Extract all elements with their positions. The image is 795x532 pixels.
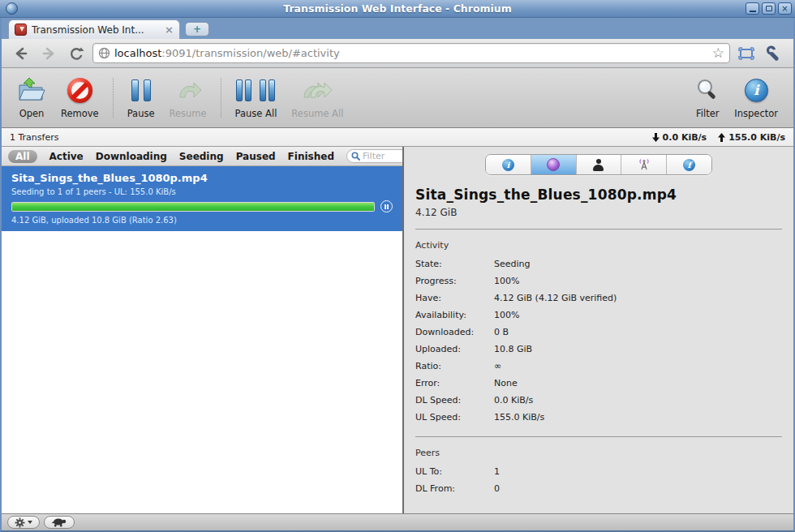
torrent-row[interactable]: Sita_Sings_the_Blues_1080p.mp4 Seeding t… <box>2 166 402 231</box>
peers-section-header: Peers <box>415 448 782 458</box>
resume-all-button[interactable]: Resume All <box>284 73 350 127</box>
section-divider <box>415 436 782 437</box>
detail-row: Ratio: ∞ <box>415 358 782 375</box>
detail-label: State: <box>415 255 494 272</box>
tab-activity[interactable] <box>531 155 576 174</box>
selection-extension-button[interactable] <box>735 43 758 64</box>
filter-tabs: AllActiveDownloadingSeedingPausedFinishe… <box>8 150 334 163</box>
pause-all-label: Pause All <box>235 108 277 119</box>
inspector-panel: i f Sita_Sings_the_Blues_1080p.mp4 4.12 … <box>404 147 793 513</box>
info-icon: i <box>502 159 514 171</box>
detail-value: 4.12 GiB (4.12 GiB verified) <box>494 290 782 307</box>
detail-row: UL To: 1 <box>415 463 782 480</box>
torrent-peers-line: Seeding to 1 of 1 peers - UL: 155.0 KiB/… <box>11 187 393 196</box>
section-divider <box>415 229 782 230</box>
down-speed: 0.0 KiB/s <box>663 132 707 143</box>
detail-value: None <box>494 375 782 392</box>
settings-menu-button[interactable] <box>7 516 40 529</box>
detail-value: 155.0 KiB/s <box>494 409 782 426</box>
detail-row: Downloaded: 0 B <box>415 324 782 341</box>
detail-label: Uploaded: <box>415 341 494 358</box>
resume-all-icon <box>301 76 333 104</box>
resume-all-label: Resume All <box>291 108 343 119</box>
wrench-menu-button[interactable] <box>763 43 785 64</box>
inspector-label: Inspector <box>734 108 778 119</box>
resume-button[interactable]: Resume <box>162 73 214 127</box>
filter-tab[interactable]: Active <box>49 151 84 162</box>
pause-button[interactable]: Pause <box>120 73 162 127</box>
remove-icon <box>67 76 92 104</box>
resume-label: Resume <box>170 108 207 119</box>
tab-info[interactable]: i <box>486 155 531 174</box>
url-path: :9091/transmission/web/#activity <box>161 47 339 59</box>
open-folder-icon <box>17 76 46 104</box>
close-button[interactable]: × <box>778 2 792 15</box>
pause-all-button[interactable]: Pause All <box>228 73 285 127</box>
detail-label: UL To: <box>415 463 494 480</box>
remove-label: Remove <box>61 108 99 119</box>
tab-trackers[interactable] <box>621 155 666 174</box>
detail-label: Have: <box>415 290 494 307</box>
detail-row: Have: 4.12 GiB (4.12 GiB verified) <box>415 290 782 307</box>
detail-label: Error: <box>415 375 494 392</box>
back-button[interactable] <box>10 43 32 64</box>
peers-rows: UL To: 1 DL From: 0 <box>415 463 782 497</box>
detail-value: 0.0 KiB/s <box>494 392 782 409</box>
url-text: localhost:9091/transmission/web/#activit… <box>114 47 708 59</box>
torrent-name: Sita_Sings_the_Blues_1080p.mp4 <box>11 172 393 184</box>
up-arrow-icon <box>718 133 725 142</box>
new-tab-button[interactable]: + <box>185 22 209 36</box>
address-bar[interactable]: localhost:9091/transmission/web/#activit… <box>92 43 730 63</box>
filter-tab[interactable]: Finished <box>288 151 334 162</box>
bookmark-star-icon[interactable]: ☆ <box>712 46 724 60</box>
turtle-icon <box>51 517 67 527</box>
torrent-pause-button[interactable] <box>380 200 393 212</box>
tab-peers[interactable] <box>576 155 621 174</box>
open-button[interactable]: Open <box>10 73 54 127</box>
pause-icon <box>131 76 151 104</box>
pause-all-icon <box>236 76 275 104</box>
trackers-antenna-icon <box>638 158 651 171</box>
minimize-button[interactable] <box>746 2 759 15</box>
detail-label: Ratio: <box>415 358 494 375</box>
inspector-title: Sita_Sings_the_Blues_1080p.mp4 <box>415 187 782 203</box>
detail-row: DL Speed: 0.0 KiB/s <box>415 392 782 409</box>
tab-title: Transmission Web Int... <box>32 24 160 36</box>
detail-value: 0 B <box>494 324 782 341</box>
maximize-button[interactable] <box>762 2 776 15</box>
tab-files[interactable]: f <box>666 155 711 174</box>
filter-tab[interactable]: All <box>8 150 37 163</box>
speed-limit-button[interactable] <box>44 516 75 529</box>
detail-label: Progress: <box>415 272 494 290</box>
activity-rows: State: Seeding Progress: 100% Have: 4.12… <box>415 255 782 426</box>
tab-close-icon[interactable]: × <box>165 24 174 36</box>
detail-value: 1 <box>494 463 782 480</box>
torrent-stats-line: 4.12 GiB, uploaded 10.8 GiB (Ratio 2.63) <box>11 216 393 225</box>
filter-tab[interactable]: Seeding <box>179 151 224 162</box>
filter-tab[interactable]: Downloading <box>96 151 167 162</box>
wrench-icon <box>766 45 783 62</box>
window-controls: × <box>746 2 792 15</box>
detail-value: 10.8 GiB <box>494 341 782 358</box>
detail-value: 0 <box>494 480 782 497</box>
up-speed: 155.0 KiB/s <box>728 132 785 143</box>
remove-button[interactable]: Remove <box>54 73 106 127</box>
reload-button[interactable] <box>65 43 88 64</box>
filter-tab[interactable]: Paused <box>236 151 276 162</box>
filter-button[interactable]: Filter <box>688 73 727 127</box>
browser-window: Transmission Web Interface - Chromium × … <box>0 0 795 532</box>
tab-strip: Transmission Web Int... × + <box>2 18 793 39</box>
inspector-tabs: i f <box>485 154 712 175</box>
inspector-icon: i <box>745 76 768 104</box>
detail-value: 100% <box>494 272 782 290</box>
window-title: Transmission Web Interface - Chromium <box>0 2 795 15</box>
inspector-button[interactable]: i Inspector <box>727 73 785 127</box>
filter-label: Filter <box>696 108 719 119</box>
browser-navbar: localhost:9091/transmission/web/#activit… <box>2 39 793 68</box>
browser-tab[interactable]: Transmission Web Int... × <box>8 19 180 39</box>
torrent-progress-bar <box>11 202 375 212</box>
detail-row: Error: None <box>415 375 782 392</box>
transmission-toolbar: Open Remove Pause Resume Pause All Resum… <box>2 68 793 128</box>
down-arrow-icon <box>652 133 660 142</box>
forward-button[interactable] <box>37 43 60 64</box>
